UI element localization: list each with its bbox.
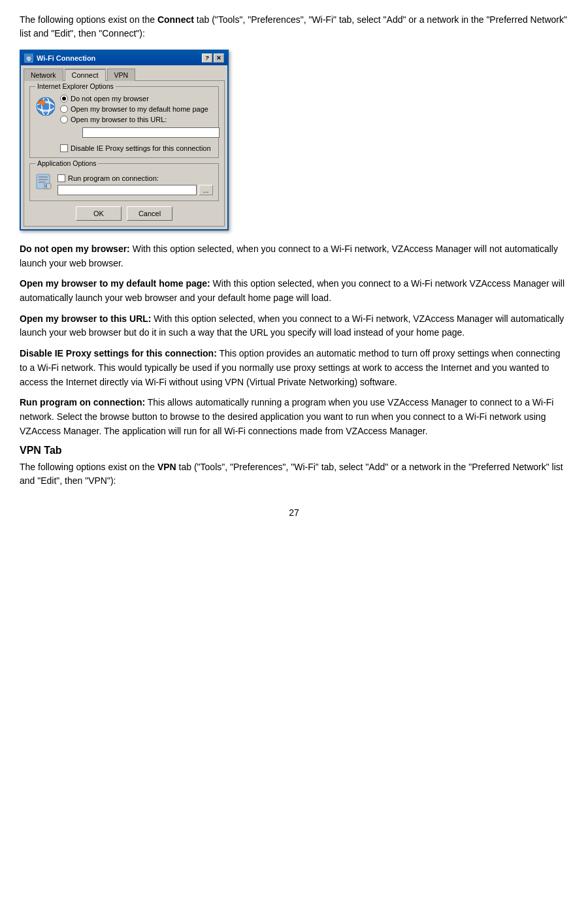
dialog-buttons: OK Cancel: [29, 206, 219, 221]
app-right: Run program on connection: ...: [57, 172, 213, 195]
run-program-checkbox-row: Run program on connection:: [57, 174, 213, 182]
radio-row-3: Open my browser to this URL:: [60, 116, 220, 123]
ie-icon: [35, 96, 56, 117]
desc-bold-1: Do not open my browser:: [20, 244, 130, 254]
url-input-container: [72, 126, 220, 138]
desc-para-3: Open my browser to this URL: With this o…: [20, 312, 568, 340]
desc-bold-4: Disable IE Proxy settings for this conne…: [20, 348, 217, 358]
radio-this-url[interactable]: [60, 116, 68, 123]
vpn-bold: VPN: [157, 462, 176, 472]
svg-rect-9: [39, 179, 48, 180]
tab-network[interactable]: Network: [24, 69, 63, 81]
description-section: Do not open my browser: With this option…: [20, 242, 568, 438]
titlebar-buttons: ? ✕: [202, 54, 224, 63]
dialog-titlebar: Wi-Fi Connection ? ✕: [21, 51, 227, 65]
url-input[interactable]: [82, 127, 220, 138]
tab-vpn[interactable]: VPN: [107, 69, 136, 81]
vpn-tab-intro: The following options exist on the VPN t…: [20, 460, 568, 488]
disable-proxy-checkbox[interactable]: [60, 144, 68, 152]
vpn-tab-heading: VPN Tab: [20, 445, 568, 456]
dialog-title: Wi-Fi Connection: [37, 54, 95, 62]
intro-paragraph: The following options exist on the Conne…: [20, 13, 568, 40]
desc-para-4: Disable IE Proxy settings for this conne…: [20, 347, 568, 389]
ie-options-group: Internet Explorer Options: [29, 86, 219, 158]
radio-default-home[interactable]: [60, 105, 68, 113]
desc-para-2: Open my browser to my default home page:…: [20, 277, 568, 305]
close-button[interactable]: ✕: [214, 54, 224, 63]
svg-point-1: [28, 60, 29, 61]
desc-para-5: Run program on connection: This allows a…: [20, 396, 568, 438]
dialog-body: Internet Explorer Options: [24, 80, 225, 227]
app-input-row: ...: [57, 185, 213, 195]
radio-options: Do not open my browser Open my browser t…: [60, 95, 220, 152]
intro-text-before: The following options exist on the: [20, 14, 157, 25]
wifi-connection-dialog: Wi-Fi Connection ? ✕ Network Connect VPN…: [20, 50, 229, 231]
disable-proxy-label: Disable IE Proxy settings for this conne…: [71, 144, 211, 152]
desc-bold-3: Open my browser to this URL:: [20, 313, 151, 324]
page-number: 27: [20, 507, 568, 518]
radio-label-2: Open my browser to my default home page: [71, 105, 208, 113]
app-group-content: Run program on connection: ...: [35, 172, 213, 195]
tab-connect[interactable]: Connect: [65, 69, 106, 81]
run-program-label: Run program on connection:: [68, 174, 159, 182]
run-program-checkbox[interactable]: [57, 174, 65, 182]
radio-row-1: Do not open my browser: [60, 95, 220, 103]
dialog-container: Wi-Fi Connection ? ✕ Network Connect VPN…: [20, 50, 229, 231]
radio-label-3: Open my browser to this URL:: [71, 116, 167, 123]
help-button[interactable]: ?: [202, 54, 212, 63]
browse-button[interactable]: ...: [199, 185, 213, 195]
desc-para-1: Do not open my browser: With this option…: [20, 242, 568, 270]
wifi-title-icon: [24, 54, 33, 63]
titlebar-text-group: Wi-Fi Connection: [24, 54, 95, 63]
cancel-button[interactable]: Cancel: [127, 206, 172, 221]
radio-do-not-open[interactable]: [60, 95, 68, 103]
ie-options-title: Internet Explorer Options: [35, 82, 116, 90]
checkbox-row: Disable IE Proxy settings for this conne…: [60, 144, 220, 152]
radio-row-2: Open my browser to my default home page: [60, 105, 220, 113]
run-program-input[interactable]: [57, 185, 197, 195]
desc-bold-2: Open my browser to my default home page:: [20, 278, 210, 289]
radio-label-1: Do not open my browser: [71, 95, 149, 103]
svg-rect-10: [39, 182, 45, 183]
vpn-text-1: The following options exist on the: [20, 462, 157, 472]
desc-bold-5: Run program on connection:: [20, 397, 145, 407]
app-options-group: Application Options: [29, 163, 219, 201]
svg-rect-8: [39, 176, 48, 178]
ok-button[interactable]: OK: [76, 206, 122, 221]
dialog-tabs: Network Connect VPN: [21, 65, 227, 80]
intro-bold: Connect: [157, 14, 194, 25]
ie-options-content: Do not open my browser Open my browser t…: [35, 95, 213, 152]
app-options-title: Application Options: [35, 159, 98, 167]
app-icon: [35, 172, 54, 190]
